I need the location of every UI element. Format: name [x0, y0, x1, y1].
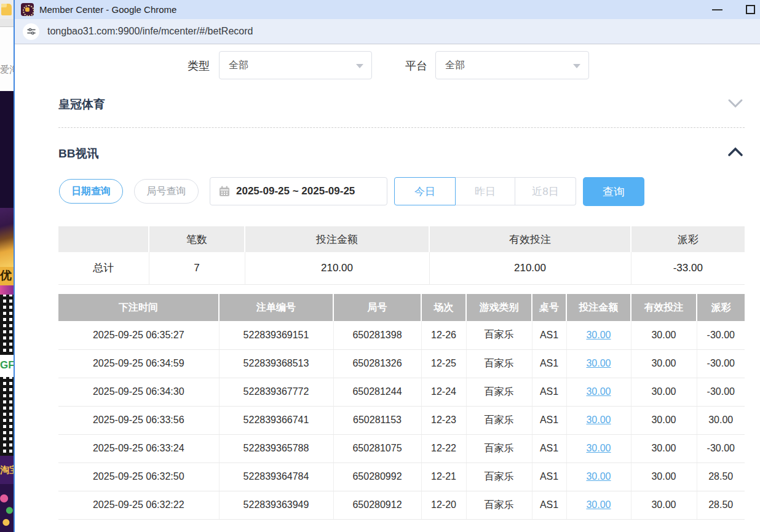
column-header: 下注时间 [58, 294, 219, 321]
background-figure-image [0, 484, 14, 532]
background-you-text: 优 [0, 267, 14, 285]
site-favicon-icon [21, 3, 34, 16]
column-header: 有效投注 [631, 294, 697, 321]
summary-column-header: 有效投注 [429, 226, 631, 252]
cell-slip: 522839363949 [219, 491, 333, 519]
site-settings-icon[interactable] [23, 23, 39, 40]
cell-table: AS1 [532, 321, 566, 349]
cell-valid: 30.00 [631, 378, 697, 406]
cell-round: 650280912 [333, 491, 421, 519]
summary-payout: -33.00 [631, 252, 745, 284]
cell-slip: 522839364784 [219, 463, 333, 491]
cell-bet: 30.00 [566, 349, 631, 378]
background-dark-strip [0, 91, 14, 208]
cell-time: 2025-09-25 06:35:27 [58, 321, 219, 349]
column-header: 局号 [333, 294, 421, 321]
summary-column-header [58, 226, 149, 252]
bet-amount-link[interactable]: 30.00 [586, 443, 611, 453]
bet-table-body: 2025-09-25 06:35:27522839369151650281398… [58, 321, 745, 519]
cell-game: 百家乐 [466, 321, 532, 349]
cell-bet: 30.00 [566, 434, 631, 463]
chevron-down-icon[interactable] [727, 98, 743, 111]
cell-game: 百家乐 [466, 349, 532, 378]
cell-valid: 30.00 [631, 434, 697, 463]
section-bb-video: BB视讯 [58, 146, 98, 162]
cell-valid: 30.00 [631, 349, 697, 378]
cell-table: AS1 [532, 434, 566, 463]
yesterday-button[interactable]: 昨日 [456, 177, 515, 205]
type-select[interactable]: 全部 [219, 51, 372, 79]
chevron-down-icon [573, 64, 580, 68]
cell-round: 650280992 [333, 463, 421, 491]
round-query-button[interactable]: 局号查询 [134, 179, 199, 204]
summary-column-header: 笔数 [149, 226, 245, 252]
background-window-strip [0, 0, 14, 19]
bet-amount-link[interactable]: 30.00 [586, 330, 611, 340]
quick-date-group: 今日 昨日 近8日 [394, 177, 576, 205]
today-button[interactable]: 今日 [394, 177, 456, 205]
cell-session: 12-25 [421, 349, 466, 378]
bet-amount-link[interactable]: 30.00 [586, 358, 611, 368]
cell-time: 2025-09-25 06:32:50 [58, 463, 219, 491]
cell-payout: 28.50 [697, 491, 745, 519]
cell-time: 2025-09-25 06:34:59 [58, 349, 219, 378]
minimize-icon[interactable] [712, 9, 722, 10]
bet-amount-link[interactable]: 30.00 [586, 386, 611, 397]
cell-table: AS1 [532, 378, 566, 406]
search-button[interactable]: 查询 [583, 177, 644, 206]
cell-payout: -30.00 [697, 378, 745, 406]
window-titlebar[interactable]: Member Center - Google Chrome [15, 0, 760, 19]
background-toolbar-strip [0, 19, 14, 27]
cell-table: AS1 [532, 463, 566, 491]
bet-amount-link[interactable]: 30.00 [586, 415, 611, 425]
column-header: 注单编号 [219, 294, 333, 321]
url-text[interactable]: tongbao31.com:9900/infe/mcenter/#/betRec… [47, 26, 253, 37]
cell-round: 650281244 [333, 378, 421, 406]
table-row: 2025-09-25 06:33:56522839366741650281153… [58, 406, 745, 434]
address-bar[interactable]: tongbao31.com:9900/infe/mcenter/#/betRec… [15, 19, 760, 44]
platform-select[interactable]: 全部 [435, 51, 589, 79]
summary-bet-amount: 210.00 [245, 252, 429, 284]
type-label: 类型 [188, 58, 210, 73]
table-row: 2025-09-25 06:34:30522839367772650281244… [58, 378, 745, 406]
cell-payout: 30.00 [697, 406, 745, 434]
background-shop-text: 淘宝 [0, 456, 14, 484]
background-pink-stripe [0, 285, 14, 295]
last8days-button[interactable]: 近8日 [515, 177, 576, 205]
cell-round: 650281326 [333, 349, 421, 378]
cell-session: 12-23 [421, 406, 466, 434]
bet-amount-link[interactable]: 30.00 [586, 499, 611, 510]
cell-valid: 30.00 [631, 406, 697, 434]
summary-column-header: 派彩 [631, 226, 745, 252]
column-header: 桌号 [532, 294, 566, 321]
background-text-strip: 爱淘 [0, 27, 14, 91]
cell-round: 650281075 [333, 434, 421, 463]
summary-total-row: 总计 7 210.00 210.00 -33.00 [58, 252, 745, 284]
chevron-up-icon[interactable] [727, 146, 743, 160]
window-title: Member Center - Google Chrome [39, 4, 176, 15]
bet-record-table: 下注时间注单编号局号场次游戏类别桌号投注金额有效投注派彩 2025-09-25 … [58, 294, 745, 520]
cell-round: 650281398 [333, 321, 421, 349]
platform-label: 平台 [405, 58, 427, 73]
date-range-picker[interactable]: 2025-09-25 ~ 2025-09-25 [210, 177, 387, 205]
cell-game: 百家乐 [466, 491, 532, 519]
table-row: 2025-09-25 06:34:59522839368513650281326… [58, 349, 745, 378]
qr-code-image [0, 377, 14, 456]
cell-slip: 522839368513 [219, 349, 333, 378]
column-header: 场次 [421, 294, 466, 321]
cell-bet: 30.00 [566, 491, 631, 519]
qr-code-image [0, 295, 14, 355]
date-query-button[interactable]: 日期查询 [59, 179, 123, 204]
calendar-icon [219, 186, 230, 197]
table-row: 2025-09-25 06:32:22522839363949650280912… [58, 491, 745, 519]
bet-amount-link[interactable]: 30.00 [586, 471, 611, 482]
column-header: 游戏类别 [466, 294, 532, 321]
bet-table-header-row: 下注时间注单编号局号场次游戏类别桌号投注金额有效投注派彩 [58, 294, 745, 321]
column-header: 派彩 [697, 294, 745, 321]
cell-slip: 522839366741 [219, 406, 333, 434]
maximize-icon[interactable] [746, 5, 755, 14]
cell-session: 12-21 [421, 463, 466, 491]
cell-payout: -30.00 [697, 434, 745, 463]
cell-game: 百家乐 [466, 378, 532, 406]
background-coin-image [0, 208, 14, 267]
